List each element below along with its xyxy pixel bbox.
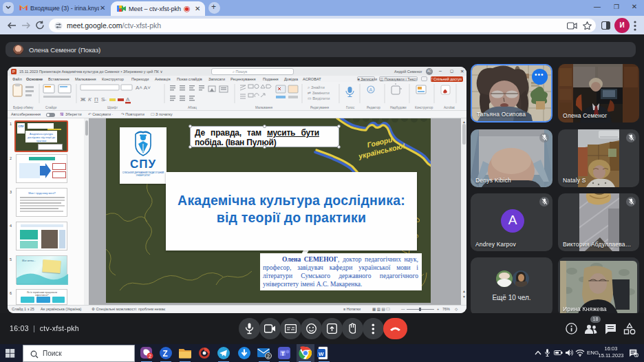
svg-text:3: 3 <box>636 353 638 357</box>
svg-text:Z: Z <box>163 349 168 359</box>
svg-text:▭ Виділити: ▭ Виділити <box>308 96 330 100</box>
svg-text:W: W <box>319 351 324 357</box>
svg-text:⇄ Замінити: ⇄ Замінити <box>308 91 330 95</box>
svg-text:Ж: Ж <box>80 96 86 103</box>
svg-text:T: T <box>281 350 286 357</box>
svg-text:S̶: S̶ <box>101 96 107 103</box>
svg-text:2: 2 <box>149 354 151 359</box>
svg-text:A: A <box>369 87 373 92</box>
svg-text:A˄ A˅: A˄ A˅ <box>136 85 151 91</box>
svg-text:A: A <box>126 96 130 103</box>
svg-text:П: П <box>94 96 98 103</box>
svg-text:К: К <box>88 96 92 103</box>
svg-text:2: 2 <box>267 354 270 359</box>
svg-text:⌕ Знайти: ⌕ Знайти <box>308 85 325 89</box>
